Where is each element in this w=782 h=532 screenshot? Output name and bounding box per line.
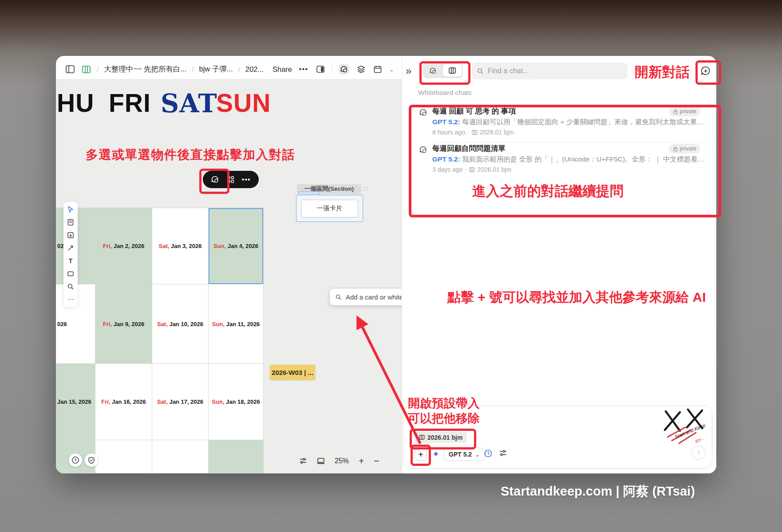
annotation-select-objects: 多選或單選物件後直接點擊加入對話 xyxy=(86,146,295,163)
annotation-default-context-2: 可以把他移除 xyxy=(408,410,480,426)
annotation-default-context-1: 開啟預設帶入 xyxy=(408,395,480,411)
annotation-box-segmented-control xyxy=(419,61,470,85)
annotation-box-new-chat xyxy=(695,60,721,85)
watermark: Startandkeep.com | 阿蔡 (RTsai) xyxy=(501,483,695,500)
annotation-continue-chat: 進入之前的對話繼續提問 xyxy=(472,182,624,201)
annotation-box-add-to-chat xyxy=(199,169,229,194)
annotation-box-plus-button xyxy=(411,445,431,466)
annotation-new-chat: 開新對話 xyxy=(635,63,690,82)
annotation-add-sources: 點擊 + 號可以尋找並加入其他參考來源給 AI xyxy=(447,288,706,307)
